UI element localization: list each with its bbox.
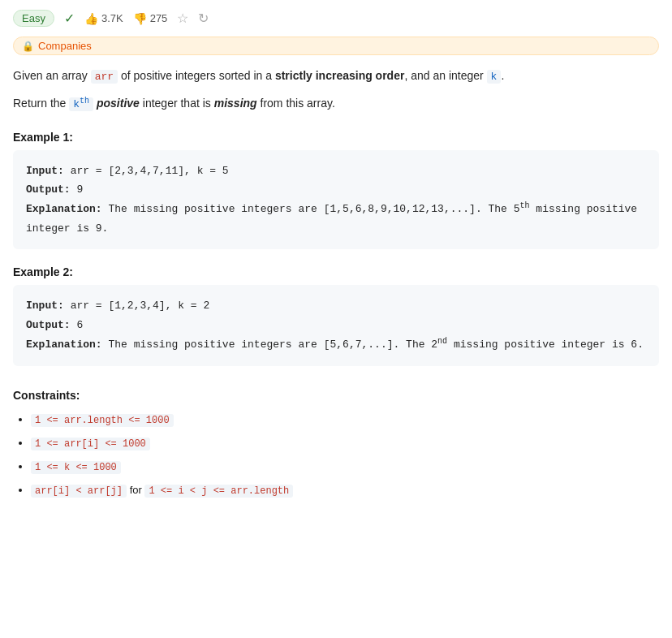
example-1-input-val: arr = [2,3,4,7,11], k = 5 [71, 165, 229, 177]
example-2-input: Input: arr = [1,2,3,4], k = 2 [26, 296, 646, 315]
example-2-output: Output: 6 [26, 316, 646, 334]
return-pre: Return the [13, 97, 69, 110]
thumbs-down-icon: 👎 [133, 12, 147, 25]
check-icon: ✓ [64, 11, 75, 26]
desc-end: . [501, 69, 504, 82]
kth-code: kth [69, 97, 93, 111]
upvotes-stat: 👍 3.7K [84, 12, 123, 25]
lock-icon: 🔒 [22, 41, 34, 52]
constraint-4-text: for [127, 484, 144, 496]
example-2-output-val: 6 [76, 319, 83, 331]
companies-label: Companies [38, 40, 92, 52]
return-mid: integer that is [140, 97, 214, 110]
constraint-list: 1 <= arr.length <= 1000 1 <= arr[i] <= 1… [13, 412, 659, 500]
desc-pre: Given an array [13, 69, 91, 82]
example-1-box: Input: arr = [2,3,4,7,11], k = 5 Output:… [13, 150, 659, 250]
top-bar: Easy ✓ 👍 3.7K 👎 275 ☆ ↻ [13, 10, 659, 27]
example-1-input: Input: arr = [2,3,4,7,11], k = 5 [26, 162, 646, 180]
return-line: Return the kth positive integer that is … [13, 94, 659, 114]
missing-bold-italic: missing [214, 97, 257, 110]
example-1-input-label: Input: [26, 165, 64, 177]
k-code: k [487, 70, 502, 84]
positive-bold-italic: positive [97, 97, 140, 110]
example-2-expl-val: The missing positive integers are [5,6,7… [108, 339, 437, 351]
kth-base: k [73, 98, 80, 110]
constraint-item-1: 1 <= arr.length <= 1000 [31, 412, 659, 429]
thumbs-up-icon: 👍 [84, 12, 98, 25]
constraints-section: Constraints: 1 <= arr.length <= 1000 1 <… [13, 389, 659, 500]
description-line1: Given an array arr of positive integers … [13, 67, 659, 86]
strictly-increasing-bold: strictly increasing order [275, 69, 405, 82]
constraint-item-4: arr[i] < arr[j] for 1 <= i < j <= arr.le… [31, 482, 659, 499]
example-1-output-val: 9 [76, 183, 83, 196]
constraint-1-code: 1 <= arr.length <= 1000 [31, 414, 174, 427]
constraint-2-code: 1 <= arr[i] <= 1000 [31, 438, 150, 450]
constraints-title: Constraints: [13, 389, 659, 402]
constraint-3-code: 1 <= k <= 1000 [31, 461, 121, 474]
upvotes-count: 3.7K [101, 12, 123, 24]
example-2-input-val: arr = [1,2,3,4], k = 2 [71, 300, 210, 312]
constraint-4-code1: arr[i] < arr[j] [31, 485, 127, 498]
example-2-explanation: Explanation: The missing positive intege… [26, 334, 646, 355]
example-1-expl-val: The missing positive integers are [1,5,6… [108, 204, 519, 216]
example-2-expl-super: nd [437, 337, 447, 346]
example-1-section: Example 1: Input: arr = [2,3,4,7,11], k … [13, 131, 659, 250]
return-end: from this array. [257, 97, 335, 110]
refresh-icon[interactable]: ↻ [198, 11, 209, 26]
example-2-title: Example 2: [13, 265, 659, 278]
problem-description: Given an array arr of positive integers … [13, 67, 659, 114]
constraint-item-2: 1 <= arr[i] <= 1000 [31, 435, 659, 452]
example-1-expl-label: Explanation: [26, 204, 102, 216]
example-1-explanation: Explanation: The missing positive intege… [26, 199, 646, 238]
example-2-box: Input: arr = [1,2,3,4], k = 2 Output: 6 … [13, 285, 659, 366]
example-1-title: Example 1: [13, 131, 659, 144]
constraint-item-3: 1 <= k <= 1000 [31, 459, 659, 476]
example-2-output-label: Output: [26, 319, 71, 331]
constraint-4-code2: 1 <= i < j <= arr.length [144, 485, 293, 498]
downvotes-count: 275 [150, 12, 168, 24]
example-2-expl-label: Explanation: [26, 339, 102, 351]
desc-post: , and an integer [404, 69, 486, 82]
companies-button[interactable]: 🔒 Companies [13, 37, 659, 55]
kth-super: th [80, 97, 89, 106]
example-1-output: Output: 9 [26, 180, 646, 199]
difficulty-badge[interactable]: Easy [13, 10, 54, 27]
example-2-expl-end: missing positive integer is 6. [447, 339, 644, 351]
example-1-expl-super: th [520, 201, 530, 210]
arr-code: arr [91, 70, 118, 84]
star-icon[interactable]: ☆ [177, 11, 188, 26]
example-1-output-label: Output: [26, 183, 71, 196]
example-2-section: Example 2: Input: arr = [1,2,3,4], k = 2… [13, 265, 659, 366]
example-2-input-label: Input: [26, 300, 64, 312]
downvotes-stat: 👎 275 [133, 12, 168, 25]
desc-mid: of positive integers sorted in a [118, 69, 275, 82]
